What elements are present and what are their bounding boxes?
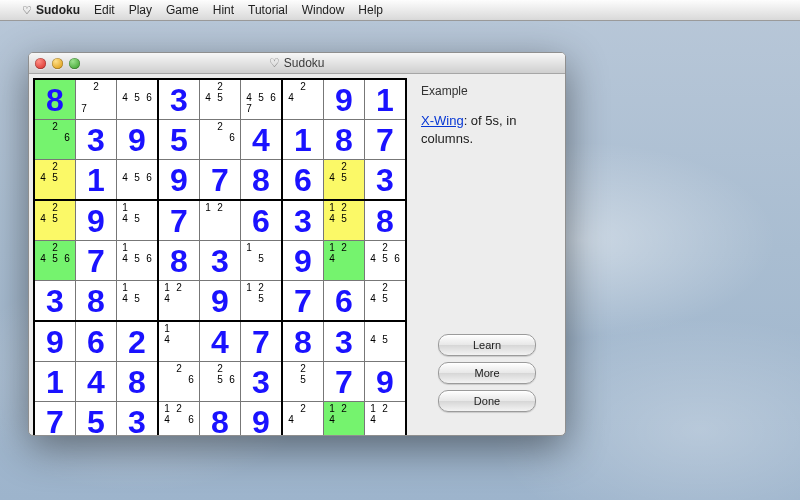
cell-r1-c7[interactable]: 24 bbox=[282, 79, 324, 120]
cell-r9-c9[interactable]: 124 bbox=[365, 402, 407, 437]
cell-r2-c9[interactable]: 7 bbox=[365, 120, 407, 160]
cell-r3-c2[interactable]: 1 bbox=[76, 160, 117, 201]
cell-r3-c6[interactable]: 8 bbox=[241, 160, 283, 201]
cell-r6-c4[interactable]: 124 bbox=[158, 281, 200, 322]
cell-r6-c7[interactable]: 7 bbox=[282, 281, 324, 322]
cell-r5-c1[interactable]: 2456 bbox=[34, 241, 76, 281]
menu-help[interactable]: Help bbox=[358, 3, 383, 17]
cell-r5-c8[interactable]: 124 bbox=[324, 241, 365, 281]
menu-app-name[interactable]: Sudoku bbox=[36, 3, 80, 17]
cell-r1-c6[interactable]: 4567 bbox=[241, 79, 283, 120]
menu-play[interactable]: Play bbox=[129, 3, 152, 17]
cell-r2-c6[interactable]: 4 bbox=[241, 120, 283, 160]
cell-r3-c5[interactable]: 7 bbox=[200, 160, 241, 201]
close-button[interactable] bbox=[35, 58, 46, 69]
cell-r8-c4[interactable]: 26 bbox=[158, 362, 200, 402]
cell-r9-c7[interactable]: 24 bbox=[282, 402, 324, 437]
cell-r1-c3[interactable]: 456 bbox=[117, 79, 159, 120]
cell-r6-c9[interactable]: 245 bbox=[365, 281, 407, 322]
cell-r3-c9[interactable]: 3 bbox=[365, 160, 407, 201]
cell-r3-c3[interactable]: 456 bbox=[117, 160, 159, 201]
more-button[interactable]: More bbox=[438, 362, 536, 384]
cell-r7-c2[interactable]: 6 bbox=[76, 321, 117, 362]
cell-r2-c7[interactable]: 1 bbox=[282, 120, 324, 160]
cell-r5-c6[interactable]: 15 bbox=[241, 241, 283, 281]
cell-r4-c7[interactable]: 3 bbox=[282, 200, 324, 241]
cell-r8-c6[interactable]: 3 bbox=[241, 362, 283, 402]
menu-edit[interactable]: Edit bbox=[94, 3, 115, 17]
cell-r2-c5[interactable]: 26 bbox=[200, 120, 241, 160]
cell-value: 1 bbox=[283, 120, 323, 159]
cell-r3-c7[interactable]: 6 bbox=[282, 160, 324, 201]
cell-r2-c1[interactable]: 26 bbox=[34, 120, 76, 160]
cell-r5-c3[interactable]: 1456 bbox=[117, 241, 159, 281]
cell-r8-c5[interactable]: 256 bbox=[200, 362, 241, 402]
cell-r3-c1[interactable]: 245 bbox=[34, 160, 76, 201]
done-button[interactable]: Done bbox=[438, 390, 536, 412]
cell-r1-c2[interactable]: 27 bbox=[76, 79, 117, 120]
cell-r4-c6[interactable]: 6 bbox=[241, 200, 283, 241]
cell-r7-c9[interactable]: 45 bbox=[365, 321, 407, 362]
cell-r8-c3[interactable]: 8 bbox=[117, 362, 159, 402]
cell-r9-c6[interactable]: 9 bbox=[241, 402, 283, 437]
learn-button[interactable]: Learn bbox=[438, 334, 536, 356]
cell-r4-c5[interactable]: 12 bbox=[200, 200, 241, 241]
cell-r7-c1[interactable]: 9 bbox=[34, 321, 76, 362]
minimize-button[interactable] bbox=[52, 58, 63, 69]
cell-r4-c9[interactable]: 8 bbox=[365, 200, 407, 241]
cell-r9-c5[interactable]: 8 bbox=[200, 402, 241, 437]
cell-r9-c3[interactable]: 3 bbox=[117, 402, 159, 437]
cell-r7-c6[interactable]: 7 bbox=[241, 321, 283, 362]
cell-r5-c5[interactable]: 3 bbox=[200, 241, 241, 281]
cell-r6-c2[interactable]: 8 bbox=[76, 281, 117, 322]
zoom-button[interactable] bbox=[69, 58, 80, 69]
cell-r9-c4[interactable]: 1246 bbox=[158, 402, 200, 437]
cell-r5-c7[interactable]: 9 bbox=[282, 241, 324, 281]
cell-r8-c1[interactable]: 1 bbox=[34, 362, 76, 402]
cell-r1-c9[interactable]: 1 bbox=[365, 79, 407, 120]
cell-r1-c1[interactable]: 8 bbox=[34, 79, 76, 120]
hint-link[interactable]: X-Wing bbox=[421, 113, 464, 128]
cell-r5-c2[interactable]: 7 bbox=[76, 241, 117, 281]
cell-r8-c7[interactable]: 25 bbox=[282, 362, 324, 402]
cell-r8-c8[interactable]: 7 bbox=[324, 362, 365, 402]
cell-r6-c8[interactable]: 6 bbox=[324, 281, 365, 322]
cell-r2-c8[interactable]: 8 bbox=[324, 120, 365, 160]
cell-r4-c1[interactable]: 245 bbox=[34, 200, 76, 241]
menu-game[interactable]: Game bbox=[166, 3, 199, 17]
cell-r5-c9[interactable]: 2456 bbox=[365, 241, 407, 281]
cell-r5-c4[interactable]: 8 bbox=[158, 241, 200, 281]
cell-r3-c8[interactable]: 245 bbox=[324, 160, 365, 201]
sudoku-board[interactable]: 8274563245456724912639526418724514569786… bbox=[33, 78, 407, 436]
cell-r4-c8[interactable]: 1245 bbox=[324, 200, 365, 241]
cell-r2-c2[interactable]: 3 bbox=[76, 120, 117, 160]
cell-r2-c4[interactable]: 5 bbox=[158, 120, 200, 160]
cell-r6-c1[interactable]: 3 bbox=[34, 281, 76, 322]
cell-r4-c4[interactable]: 7 bbox=[158, 200, 200, 241]
cell-r1-c8[interactable]: 9 bbox=[324, 79, 365, 120]
cell-r6-c5[interactable]: 9 bbox=[200, 281, 241, 322]
menu-window[interactable]: Window bbox=[302, 3, 345, 17]
cell-r3-c4[interactable]: 9 bbox=[158, 160, 200, 201]
cell-r7-c3[interactable]: 2 bbox=[117, 321, 159, 362]
cell-r8-c2[interactable]: 4 bbox=[76, 362, 117, 402]
cell-r7-c7[interactable]: 8 bbox=[282, 321, 324, 362]
cell-r7-c4[interactable]: 14 bbox=[158, 321, 200, 362]
cell-r6-c6[interactable]: 125 bbox=[241, 281, 283, 322]
cell-r1-c5[interactable]: 245 bbox=[200, 79, 241, 120]
cell-r8-c9[interactable]: 9 bbox=[365, 362, 407, 402]
cell-r7-c8[interactable]: 3 bbox=[324, 321, 365, 362]
menu-tutorial[interactable]: Tutorial bbox=[248, 3, 288, 17]
cell-r9-c8[interactable]: 124 bbox=[324, 402, 365, 437]
cell-r4-c2[interactable]: 9 bbox=[76, 200, 117, 241]
cell-r1-c4[interactable]: 3 bbox=[158, 79, 200, 120]
cell-r2-c3[interactable]: 9 bbox=[117, 120, 159, 160]
cell-r9-c2[interactable]: 5 bbox=[76, 402, 117, 437]
titlebar[interactable]: ♡ Sudoku bbox=[29, 53, 565, 74]
cell-r6-c3[interactable]: 145 bbox=[117, 281, 159, 322]
menu-hint[interactable]: Hint bbox=[213, 3, 234, 17]
cell-r4-c3[interactable]: 145 bbox=[117, 200, 159, 241]
cell-r9-c1[interactable]: 7 bbox=[34, 402, 76, 437]
cell-candidates: 124 bbox=[326, 403, 362, 436]
cell-r7-c5[interactable]: 4 bbox=[200, 321, 241, 362]
